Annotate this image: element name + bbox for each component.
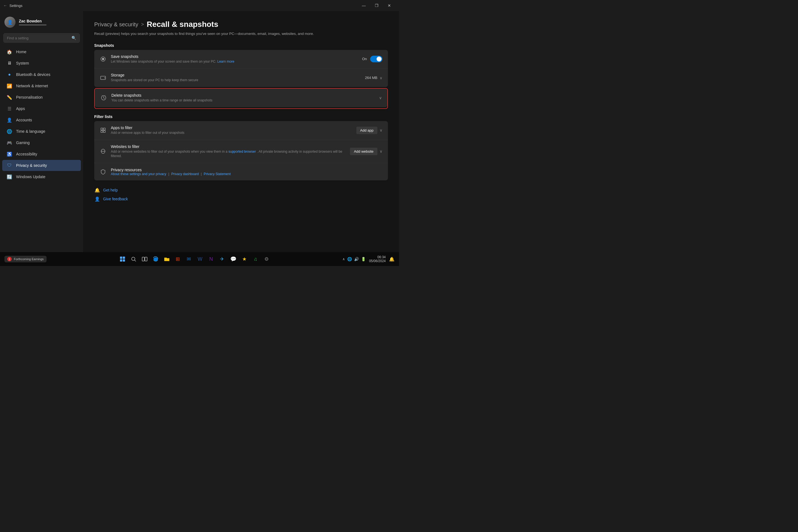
breadcrumb-sep: > [141,22,144,27]
privacy-statement-link[interactable]: Privacy Statement [204,172,230,176]
give-feedback-link[interactable]: 👤 Give feedback [94,196,388,202]
save-snapshots-content: Save snapshots Let Windows take snapshot… [111,54,358,64]
sidebar-item-gaming[interactable]: 🎮 Gaming [2,137,81,148]
add-website-button[interactable]: Add website [350,148,377,155]
apps-filter-title: Apps to filter [111,126,352,130]
breadcrumb-parent[interactable]: Privacy & security [94,21,138,28]
save-snapshots-row: Save snapshots Let Windows take snapshot… [94,50,388,69]
storage-content: Storage Snapshots are stored on your PC … [111,73,360,82]
app-title: Settings [10,4,22,8]
storage-desc: Snapshots are stored on your PC to help … [111,78,360,82]
taskview-button[interactable] [140,254,150,264]
add-app-button[interactable]: Add app [356,127,377,134]
close-button[interactable]: ✕ [383,1,396,10]
back-icon[interactable]: ← [3,3,7,8]
delete-snapshots-title: Delete snapshots [111,93,375,97]
delete-snapshots-inner: Delete snapshots You can delete snapshot… [95,89,387,107]
supported-browser-link[interactable]: supported browser [228,150,256,153]
spotify-button[interactable]: ♫ [250,254,261,264]
save-snapshots-title: Save snapshots [111,54,358,59]
home-icon: 🏠 [7,49,12,55]
about-settings-link[interactable]: About these settings and your privacy [111,172,166,176]
start-button[interactable] [117,254,128,264]
filter-lists-section-title: Filter lists [94,114,388,119]
sidebar-item-network[interactable]: 📶 Network & internet [2,80,81,92]
bluetooth-icon: ● [7,72,12,77]
svg-rect-12 [123,259,125,262]
delete-snapshots-row[interactable]: Delete snapshots You can delete snapshot… [95,89,387,107]
delete-snapshots-card: Delete snapshots You can delete snapshot… [94,88,388,109]
search-box[interactable]: 🔍 [3,33,80,43]
search-taskbar-button[interactable] [129,254,138,264]
settings-taskbar-button[interactable]: ⚙ [262,254,271,264]
sidebar-item-privacy[interactable]: 🛡 Privacy & security [2,160,81,171]
sidebar-item-label: System [16,61,29,65]
battery-tray-icon[interactable]: 🔋 [361,257,366,261]
taskbar-app-name: Forthcoming Earnings [14,258,44,261]
sidebar-item-update[interactable]: 🔄 Windows Update [2,171,81,182]
minimize-button[interactable]: — [358,1,370,10]
volume-tray-icon[interactable]: 🔊 [354,257,359,261]
maximize-button[interactable]: ❐ [370,1,383,10]
save-snapshots-desc: Let Windows take snapshots of your scree… [111,59,358,64]
titlebar-controls: — ❐ ✕ [358,1,396,10]
sidebar-item-system[interactable]: 🖥 System [2,58,81,69]
storage-icon [100,75,107,81]
user-profile[interactable]: 👤 Zac Bowden [0,13,83,32]
get-help-label: Get help [103,188,118,192]
user-info: Zac Bowden [19,19,46,25]
star-button[interactable]: ★ [240,254,249,264]
sidebar-item-apps[interactable]: ☰ Apps [2,103,81,114]
websites-filter-desc: Add or remove websites to filter out of … [111,149,345,159]
give-feedback-label: Give feedback [103,197,128,201]
search-input[interactable] [7,36,69,40]
notification-icon[interactable]: 🔔 [389,256,395,262]
ms365-button[interactable]: ⊞ [173,254,183,264]
svg-point-1 [102,58,104,60]
outlook-button[interactable]: ✉ [184,254,194,264]
svg-rect-9 [120,256,122,259]
app-body: 👤 Zac Bowden 🔍 🏠 Home 🖥 System ● [0,11,399,252]
sidebar-item-label: Home [16,50,26,54]
user-bar [19,24,46,25]
storage-row[interactable]: Storage Snapshots are stored on your PC … [94,69,388,87]
save-snapshots-toggle[interactable] [370,56,382,62]
sidebar-item-label: Privacy & security [16,163,47,168]
get-help-icon: 🔔 [94,187,100,193]
svg-rect-11 [120,259,122,262]
onenote-button[interactable]: N [206,254,216,264]
sidebar-item-label: Gaming [16,140,30,145]
explorer-button[interactable] [162,254,172,264]
sidebar-item-label: Windows Update [16,174,45,179]
word-button[interactable]: W [195,254,205,264]
get-help-link[interactable]: 🔔 Get help [94,187,388,193]
sidebar-item-bluetooth[interactable]: ● Bluetooth & devices [2,69,81,80]
page-title: Recall & snapshots [147,20,218,29]
websites-filter-icon [100,148,107,155]
learn-more-link[interactable]: Learn more [217,60,234,63]
snapshots-section-title: Snapshots [94,43,388,48]
personalisation-icon: ✏️ [7,94,12,100]
taskbar-time[interactable]: 06:34 05/06/2024 [369,255,386,263]
accounts-icon: 👤 [7,117,12,123]
taskbar-app[interactable]: 1 Forthcoming Earnings [4,256,46,262]
expand-tray-icon[interactable]: ∧ [342,257,345,261]
sidebar-nav: 🏠 Home 🖥 System ● Bluetooth & devices 📶 … [0,46,83,183]
whatsapp-button[interactable]: 💬 [228,254,238,264]
sidebar-item-accounts[interactable]: 👤 Accounts [2,114,81,126]
sidebar-item-personalisation[interactable]: ✏️ Personalisation [2,92,81,103]
apps-filter-row: Apps to filter Add or remove apps to fil… [94,121,388,140]
network-tray-icon[interactable]: 🌐 [347,257,352,261]
sidebar-item-time[interactable]: 🌐 Time & language [2,126,81,137]
telegram-button[interactable]: ✈ [217,254,227,264]
privacy-resources-row: Privacy resources About these settings a… [94,163,388,180]
clock-time: 06:34 [369,255,386,259]
edge-button[interactable] [151,254,161,264]
sidebar-item-home[interactable]: 🏠 Home [2,46,81,57]
privacy-dashboard-link[interactable]: Privacy dashboard [171,172,199,176]
sidebar-item-label: Time & language [16,129,45,134]
sidebar-item-accessibility[interactable]: ♿ Accessibility [2,149,81,159]
svg-rect-14 [142,257,144,261]
svg-rect-10 [123,256,125,259]
apps-filter-content: Apps to filter Add or remove apps to fil… [111,126,352,135]
